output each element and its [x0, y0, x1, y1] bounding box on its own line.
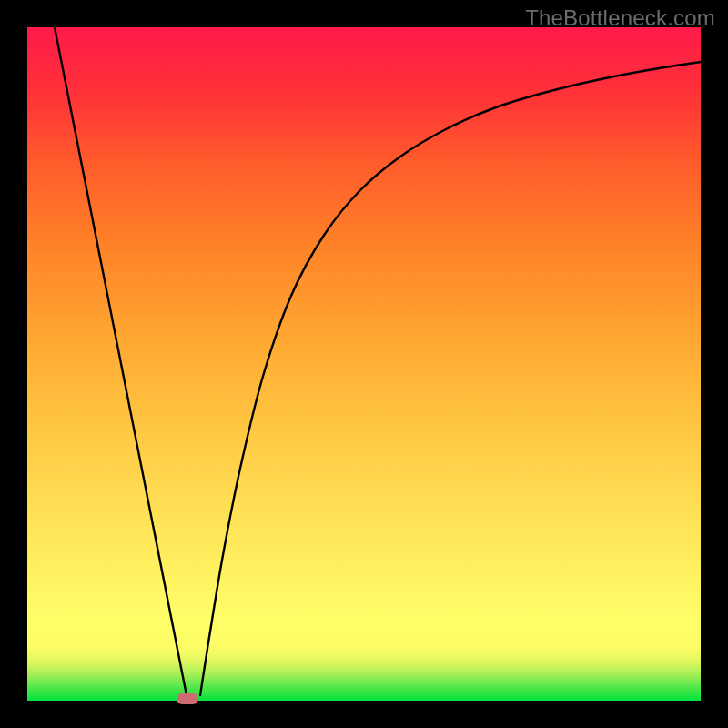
chart-frame: TheBottleneck.com	[0, 0, 728, 728]
right-branch-line	[200, 62, 701, 695]
trough-marker	[177, 693, 198, 704]
curve-layer	[27, 27, 701, 701]
left-branch-line	[55, 27, 187, 695]
plot-area	[27, 27, 701, 701]
